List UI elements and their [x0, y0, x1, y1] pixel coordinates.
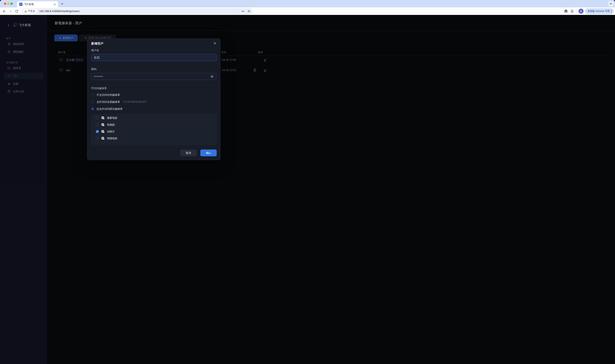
warning-icon — [24, 10, 27, 13]
toggle-password-visibility-icon[interactable] — [210, 75, 214, 79]
username-input[interactable]: 豆豆 — [91, 54, 217, 61]
film-reel-icon — [101, 123, 105, 127]
password-label: 密码 — [91, 67, 96, 71]
radio-no-access[interactable]: 不允访问任何媒体库 — [91, 93, 120, 97]
radio-partial-access[interactable]: 仅允许访问部分媒体库 — [91, 107, 123, 111]
window-minimize-button[interactable] — [7, 2, 10, 5]
add-user-modal: 新增用户 用户名 豆豆 密码 •••••••• 可访问媒体库 不允访问任何媒体库… — [87, 39, 220, 160]
library-list-panel: 最新电影 电视剧 动画片 韩国电影 — [91, 114, 217, 145]
address-bar[interactable]: 不安全 192.168.8.4:8000/v/settings/users — [22, 8, 252, 14]
text-caret — [99, 56, 100, 59]
browser-window: 飞牛影视 不安全 192.168.8.4:8000/v/setting — [0, 0, 307, 182]
browser-tab[interactable]: 飞牛影视 — [17, 1, 58, 7]
security-badge[interactable]: 不安全 — [23, 9, 37, 13]
cancel-button[interactable]: 取消 — [180, 149, 197, 156]
back-button[interactable] — [2, 9, 6, 13]
browser-toolbar: 不安全 192.168.8.4:8000/v/settings/users OF… — [0, 7, 307, 15]
username-label: 用户名 — [91, 49, 99, 52]
url-text: 192.168.8.4:8000/v/settings/users — [39, 10, 80, 13]
password-key-icon[interactable] — [241, 10, 245, 13]
tab-close-icon[interactable] — [53, 3, 56, 6]
library-item[interactable]: 电视剧 — [96, 123, 217, 127]
checkbox[interactable] — [96, 137, 99, 140]
checkbox[interactable] — [96, 130, 99, 133]
site-favicon-icon — [19, 3, 23, 6]
forward-button[interactable] — [8, 9, 13, 13]
modal-title: 新增用户 — [91, 41, 103, 46]
library-item[interactable]: 动画片 — [96, 129, 217, 134]
confirm-button[interactable]: 确认 — [200, 149, 217, 156]
film-reel-icon — [101, 130, 105, 133]
radio-icon[interactable] — [91, 100, 94, 103]
radio-hint: 包含将来新增的媒体库 — [123, 100, 147, 104]
film-reel-icon — [101, 137, 105, 140]
tab-title: 飞牛影视 — [24, 3, 53, 6]
library-item[interactable]: 最新电影 — [96, 116, 217, 120]
radio-all-access[interactable]: 允许访问全部媒体库 包含将来新增的媒体库 — [91, 100, 147, 104]
radio-icon[interactable] — [91, 107, 94, 110]
checkbox[interactable] — [96, 117, 99, 119]
bookmark-star-icon[interactable] — [247, 10, 251, 13]
password-input[interactable]: •••••••• — [91, 73, 217, 80]
access-section-label: 可访问媒体库 — [91, 87, 107, 90]
radio-icon[interactable] — [91, 93, 94, 96]
checkbox[interactable] — [96, 123, 99, 126]
security-label: 不安全 — [28, 10, 35, 13]
film-reel-icon — [101, 116, 105, 120]
new-tab-button[interactable] — [60, 2, 64, 6]
window-zoom-button[interactable] — [10, 2, 13, 5]
close-icon[interactable] — [212, 40, 218, 46]
tab-strip: 飞牛影视 — [0, 0, 307, 7]
window-close-button[interactable] — [4, 2, 6, 5]
library-item[interactable]: 韩国电影 — [96, 136, 217, 141]
reload-button[interactable] — [14, 9, 19, 13]
